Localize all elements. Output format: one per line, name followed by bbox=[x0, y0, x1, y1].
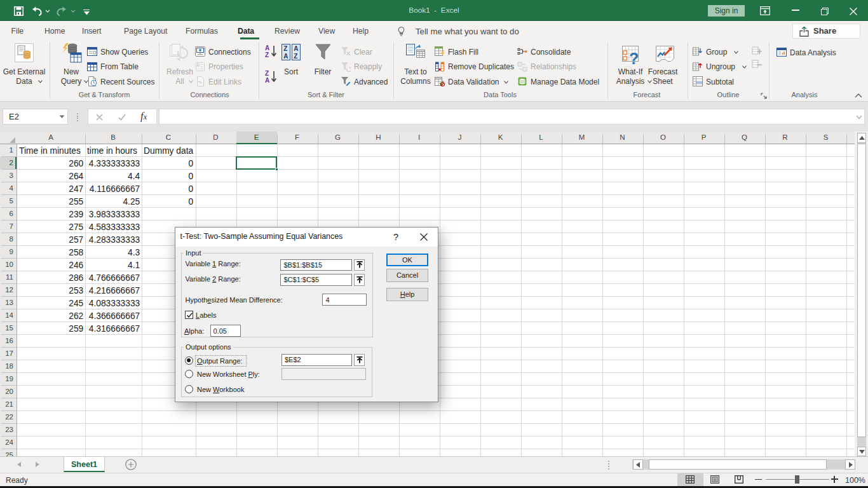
svg-text:A: A bbox=[265, 77, 269, 83]
svg-text:Z: Z bbox=[294, 53, 297, 60]
svg-text:Z: Z bbox=[283, 45, 287, 52]
svg-text:A: A bbox=[294, 45, 298, 52]
svg-text:Z: Z bbox=[265, 51, 269, 58]
svg-text:A: A bbox=[265, 44, 269, 51]
svg-text:A: A bbox=[283, 53, 288, 60]
svg-text:?: ? bbox=[629, 50, 639, 65]
